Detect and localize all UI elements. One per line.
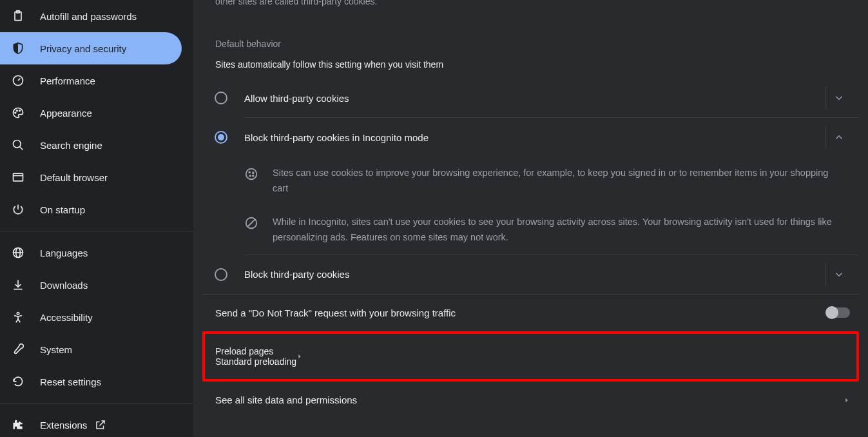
radio-block-third-party[interactable]: Block third-party cookies bbox=[202, 255, 859, 294]
detail-incognito-block: While in Incognito, sites can't use your… bbox=[202, 206, 859, 255]
sidebar-item-label: Languages bbox=[40, 248, 88, 258]
setting-do-not-track[interactable]: Send a "Do Not Track" request with your … bbox=[202, 294, 859, 331]
chevron-right-icon bbox=[844, 397, 850, 403]
setting-title: Send a "Do Not Track" request with your … bbox=[215, 307, 827, 318]
sidebar-item-label: Extensions bbox=[40, 420, 87, 431]
clipboard-icon bbox=[12, 10, 24, 23]
expand-button[interactable] bbox=[825, 86, 851, 110]
chevron-right-icon bbox=[296, 353, 303, 360]
svg-point-5 bbox=[19, 110, 21, 112]
radio-label: Block third-party cookies bbox=[244, 269, 859, 280]
detail-text: While in Incognito, sites can't use your… bbox=[273, 215, 846, 246]
radio-block-incognito[interactable]: Block third-party cookies in Incognito m… bbox=[202, 118, 859, 157]
block-icon bbox=[244, 216, 258, 230]
detail-cookies-improve: Sites can use cookies to improve your br… bbox=[202, 157, 859, 206]
radio-button[interactable] bbox=[215, 131, 227, 144]
sidebar-item-autofill[interactable]: Autofill and passwords bbox=[0, 0, 193, 32]
sidebar-item-reset[interactable]: Reset settings bbox=[0, 365, 193, 398]
globe-icon bbox=[12, 246, 24, 259]
setting-title: Preload pages bbox=[215, 346, 296, 356]
sidebar-item-extensions[interactable]: Extensions bbox=[0, 409, 193, 437]
sidebar-item-label: Reset settings bbox=[40, 376, 101, 387]
sidebar-item-system[interactable]: System bbox=[0, 333, 193, 365]
settings-sidebar: Autofill and passwords Privacy and secur… bbox=[0, 0, 193, 437]
svg-point-3 bbox=[15, 112, 16, 113]
sidebar-item-default-browser[interactable]: Default browser bbox=[0, 161, 193, 193]
sidebar-item-label: Downloads bbox=[40, 280, 88, 291]
sidebar-item-performance[interactable]: Performance bbox=[0, 64, 193, 97]
sidebar-separator bbox=[0, 403, 193, 403]
toggle-do-not-track[interactable] bbox=[827, 307, 850, 318]
accessibility-icon bbox=[12, 311, 24, 324]
sidebar-item-label: System bbox=[40, 344, 72, 355]
radio-button[interactable] bbox=[215, 92, 227, 104]
sidebar-item-appearance[interactable]: Appearance bbox=[0, 97, 193, 129]
sidebar-item-accessibility[interactable]: Accessibility bbox=[0, 301, 193, 333]
expand-button[interactable] bbox=[825, 263, 851, 286]
palette-icon bbox=[12, 106, 24, 119]
svg-point-14 bbox=[246, 169, 257, 180]
sidebar-item-label: On startup bbox=[40, 204, 85, 215]
browser-icon bbox=[12, 171, 24, 184]
sidebar-item-privacy[interactable]: Privacy and security bbox=[0, 32, 182, 64]
gauge-icon bbox=[12, 74, 24, 87]
sidebar-item-label: Privacy and security bbox=[40, 43, 126, 54]
svg-point-17 bbox=[249, 175, 251, 177]
puzzle-icon bbox=[12, 418, 24, 431]
search-icon bbox=[12, 139, 24, 151]
section-sub-default-behavior: Sites automatically follow this setting … bbox=[202, 59, 859, 70]
radio-label: Allow third-party cookies bbox=[244, 93, 859, 104]
sidebar-item-label: Performance bbox=[40, 75, 95, 86]
setting-title: See all site data and permissions bbox=[215, 394, 844, 405]
radio-allow-third-party[interactable]: Allow third-party cookies bbox=[202, 79, 859, 117]
sidebar-item-label: Accessibility bbox=[40, 312, 93, 323]
sidebar-item-label: Autofill and passwords bbox=[40, 11, 137, 22]
detail-text: Sites can use cookies to improve your br… bbox=[273, 166, 846, 197]
setting-preload-pages[interactable]: Preload pages Standard preloading bbox=[202, 331, 859, 382]
svg-point-4 bbox=[17, 110, 18, 112]
svg-rect-7 bbox=[14, 173, 23, 181]
cookie-icon bbox=[244, 167, 258, 181]
svg-point-18 bbox=[253, 175, 254, 177]
setting-see-all-data[interactable]: See all site data and permissions bbox=[202, 382, 859, 419]
radio-button[interactable] bbox=[215, 268, 227, 281]
sidebar-item-label: Search engine bbox=[40, 140, 102, 151]
collapse-button[interactable] bbox=[825, 126, 851, 149]
radio-label: Block third-party cookies in Incognito m… bbox=[244, 132, 859, 143]
svg-point-6 bbox=[14, 141, 21, 148]
sidebar-item-downloads[interactable]: Downloads bbox=[0, 269, 193, 301]
wrench-icon bbox=[12, 343, 24, 356]
svg-point-13 bbox=[17, 313, 19, 315]
download-icon bbox=[12, 278, 24, 291]
power-icon bbox=[12, 203, 24, 216]
sidebar-item-on-startup[interactable]: On startup bbox=[0, 193, 193, 226]
section-heading-default-behavior: Default behavior bbox=[202, 39, 859, 49]
truncated-description: other sites are called third-party cooki… bbox=[202, 0, 859, 6]
shield-icon bbox=[12, 42, 24, 55]
svg-line-20 bbox=[248, 219, 255, 226]
sidebar-item-search-engine[interactable]: Search engine bbox=[0, 129, 193, 161]
svg-point-16 bbox=[253, 172, 254, 173]
sidebar-separator bbox=[0, 231, 193, 231]
sidebar-item-label: Appearance bbox=[40, 108, 92, 119]
settings-main: other sites are called third-party cooki… bbox=[193, 0, 868, 437]
sidebar-item-languages[interactable]: Languages bbox=[0, 237, 193, 269]
reset-icon bbox=[12, 375, 24, 388]
sidebar-item-label: Default browser bbox=[40, 172, 108, 183]
setting-subtitle: Standard preloading bbox=[215, 356, 296, 367]
svg-point-15 bbox=[249, 171, 250, 173]
external-link-icon bbox=[95, 419, 106, 431]
